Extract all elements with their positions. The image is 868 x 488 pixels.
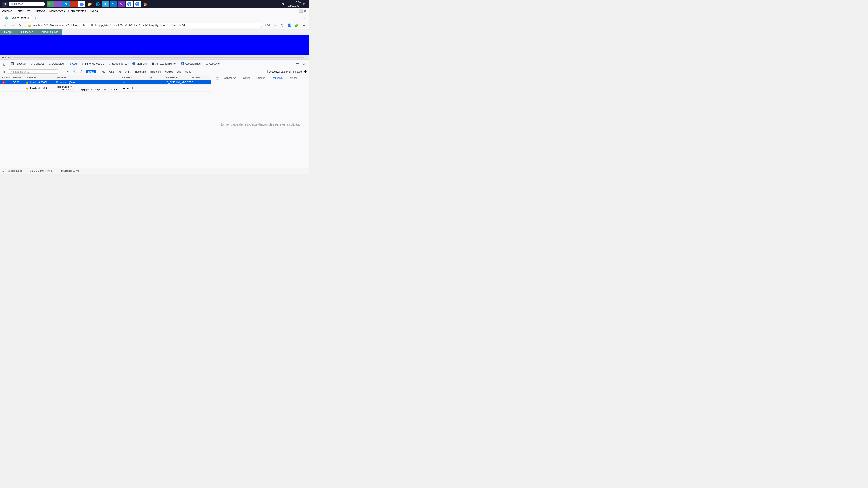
status-error-icon: ⊗ xyxy=(2,80,5,84)
close-btn[interactable]: ✕ xyxy=(304,9,307,13)
network-settings-icon[interactable]: ⚙ xyxy=(304,70,307,73)
filter-tab-imagenes[interactable]: Imágenes xyxy=(148,70,162,73)
taskbar-app-gls[interactable]: GLS. xyxy=(46,1,54,7)
search-bar[interactable]: 🔍 Buscar xyxy=(8,2,45,6)
filter-tab-todos[interactable]: Todos xyxy=(86,70,96,73)
forward-btn[interactable]: → xyxy=(9,22,16,29)
accesibilidad-label: Accesibilidad xyxy=(185,62,201,65)
taskbar-app-folder[interactable]: 📁 xyxy=(86,1,93,7)
profile-icon[interactable]: 👤 xyxy=(286,22,292,29)
throttle-select[interactable]: Sin limitación xyxy=(288,70,303,73)
filter-tab-js[interactable]: JS xyxy=(117,70,123,73)
taskbar-app-store[interactable]: 🛍 xyxy=(110,1,117,7)
right-panel-icon[interactable]: ⬚ xyxy=(213,75,221,81)
taskbar-app-2[interactable]: ⬡ xyxy=(55,1,62,7)
taskbar-app-3[interactable]: S xyxy=(62,1,70,7)
taskbar-app-chrome[interactable]: ⬤ xyxy=(78,1,86,7)
pocket-icon[interactable]: ⬡ xyxy=(279,22,285,29)
devtools-pick-element[interactable]: ⬚ xyxy=(2,61,8,67)
devtools-tab-editor-estilos[interactable]: {} Editor de estilos xyxy=(80,61,106,67)
minimize-btn[interactable]: — xyxy=(294,9,298,13)
back-btn[interactable]: ← xyxy=(2,22,8,29)
header-tamano: Tamaño xyxy=(192,76,209,79)
menu-ayuda[interactable]: Ayuda xyxy=(90,9,98,13)
network-right-panel: ⬚ Cabeceras Cookies Solicitud Respuesta … xyxy=(211,75,309,168)
empty-state-message: No hay datos de respuesta disponibles pa… xyxy=(220,123,301,126)
menu-ver[interactable]: Ver xyxy=(27,9,31,13)
taskbar-app-chrome3[interactable]: 🌀 xyxy=(133,1,141,7)
header-iniciador: Iniciador xyxy=(122,76,148,79)
table-row[interactable]: GET 🔒 localhost:50656 edicion.aspx?idfol… xyxy=(0,85,211,92)
table-row[interactable]: ⊗ POST 🔒 localhost:50656 RespuestaajTask… xyxy=(0,80,211,85)
devtools-tab-red[interactable]: ↕ Red xyxy=(67,61,79,67)
pause-btn[interactable]: ⏸ xyxy=(59,69,64,74)
refresh-network-btn[interactable]: ↺ xyxy=(78,69,83,74)
bookmark-star-icon[interactable]: ☆ xyxy=(272,22,278,29)
taskbar-app-firefox[interactable]: 🦊 xyxy=(142,1,149,7)
taskbar-app-telegram[interactable]: ✈ xyxy=(102,1,109,7)
right-tab-solicitud[interactable]: Solicitud xyxy=(253,75,268,81)
devtools-close-btn[interactable]: ✕ xyxy=(301,61,307,67)
devtools-tab-rendimiento[interactable]: ◷ Rendimiento xyxy=(107,61,129,67)
filter-tab-css[interactable]: CSS xyxy=(107,70,116,73)
clear-network-btn[interactable]: 🗑 xyxy=(2,69,7,74)
devtools-more-btn[interactable]: ••• xyxy=(295,61,301,67)
filter-tab-html[interactable]: HTML xyxy=(96,70,107,73)
maximize-btn[interactable]: ⬜ xyxy=(299,9,303,13)
menu-editar[interactable]: Editar xyxy=(16,9,23,13)
devtools-tab-consola[interactable]: ▷ Consola xyxy=(29,61,46,67)
disable-cache-checkbox[interactable] xyxy=(265,70,268,73)
extensions-icon[interactable]: 🧩 xyxy=(293,22,300,29)
menu-herramientas[interactable]: Herramientas xyxy=(68,9,86,13)
devtools-tab-inspector[interactable]: 🔲 Inspector xyxy=(8,61,28,67)
devtools-tab-accesibilidad[interactable]: ♿ Accesibilidad xyxy=(178,61,203,67)
taskbar: ⊞ 🔍 Buscar GLS. ⬡ S ⬡ ⬤ 📁 🌐 ✈ 🛍 V 🌀 🌀 🦊 … xyxy=(0,0,309,8)
bookmark-google[interactable]: Google xyxy=(0,29,17,35)
taskbar-app-vs[interactable]: V xyxy=(118,1,125,7)
tab-list-btn[interactable]: ∨ xyxy=(302,14,307,21)
network-toolbar: 🗑 ⚬ Filtrar las URL ⏸ + 🔍 ↺ Todos HTML C… xyxy=(0,68,309,75)
row2-domain: 🔒 localhost:50656 xyxy=(26,87,56,90)
filter-tab-tipografia[interactable]: Tipografía xyxy=(133,70,148,73)
disable-cache-label[interactable]: Desactivar caché xyxy=(265,70,287,73)
right-tab-tiempos[interactable]: Tiempos xyxy=(285,75,300,81)
status-divider-2: | xyxy=(56,169,56,172)
menu-icon[interactable]: ☰ xyxy=(301,22,307,29)
search-network-btn[interactable]: 🔍 xyxy=(71,69,77,74)
taskbar-clock: 13:58 12/12/2024 xyxy=(288,1,301,8)
devtools-responsive-btn[interactable]: ⬚ xyxy=(288,61,294,67)
filter-url-input[interactable]: ⚬ Filtrar las URL xyxy=(8,69,58,74)
stop-btn[interactable]: ✕ xyxy=(17,22,24,29)
right-tab-cookies[interactable]: Cookies xyxy=(239,75,253,81)
taskbar-apps: GLS. ⬡ S ⬡ ⬤ 📁 🌐 ✈ 🛍 V 🌀 🌀 🦊 xyxy=(46,1,149,7)
active-tab[interactable]: 🌍 ¡Hola mundo! ✕ xyxy=(2,15,32,21)
taskbar-app-chrome2[interactable]: 🌀 xyxy=(126,1,133,7)
taskbar-app-ie[interactable]: 🌐 xyxy=(94,1,101,7)
filter-tab-ws[interactable]: WS xyxy=(175,70,183,73)
menu-marcadores[interactable]: Marcadores xyxy=(49,9,65,13)
show-desktop-btn[interactable]: □ xyxy=(302,1,307,7)
devtools-tab-aplicacion[interactable]: ⬡ Aplicación xyxy=(204,61,223,67)
row1-transferred: NS_BINDING_ABORTED xyxy=(165,81,192,84)
menu-historial[interactable]: Historial xyxy=(35,9,46,13)
start-button[interactable]: ⊞ xyxy=(2,2,8,6)
expand-icon[interactable]: › xyxy=(306,56,307,59)
filter-tab-xhr[interactable]: XHR xyxy=(124,70,132,73)
filter-tab-otros[interactable]: Otros xyxy=(183,70,193,73)
filter-tab-medios[interactable]: Medios xyxy=(163,70,175,73)
consola-label: Consola xyxy=(34,62,43,65)
tab-close-btn[interactable]: ✕ xyxy=(27,17,29,20)
bookmark-utilidades[interactable]: Utilidades xyxy=(17,29,37,35)
nav-bar: ← → ✕ 🔒 localhost:50656/edicion.aspx?idf… xyxy=(0,21,309,29)
bookmark-figuras[interactable]: Añadir figuras xyxy=(37,29,62,35)
url-bar[interactable]: 🔒 localhost:50656/edicion.aspx?idfolder=… xyxy=(25,23,262,28)
devtools-tab-almacenamiento[interactable]: ☰ Almacenamiento xyxy=(150,61,178,67)
right-tab-cabeceras[interactable]: Cabeceras xyxy=(221,75,239,81)
menu-archivo[interactable]: Archivo xyxy=(2,9,12,13)
devtools-tab-memoria[interactable]: 🔵 Memoria xyxy=(130,61,149,67)
right-tab-respuesta[interactable]: Respuesta xyxy=(268,75,285,81)
devtools-tab-depurador[interactable]: ⬡ Depurador xyxy=(46,61,67,67)
taskbar-app-4[interactable]: ⬡ xyxy=(70,1,78,7)
add-network-btn[interactable]: + xyxy=(65,69,70,74)
new-tab-btn[interactable]: + xyxy=(33,15,38,21)
